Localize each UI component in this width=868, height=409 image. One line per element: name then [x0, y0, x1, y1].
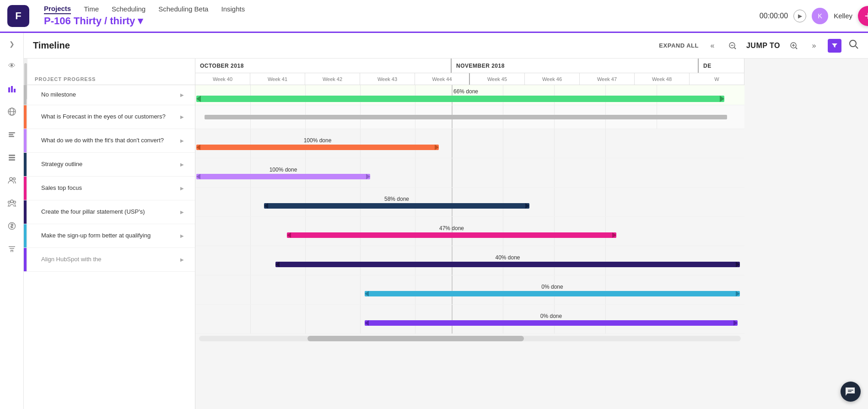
expand-all-button[interactable]: EXPAND ALL [659, 42, 699, 49]
nav-insights[interactable]: Insights [221, 5, 245, 14]
hubspot-bar-label: 0% done [540, 313, 562, 319]
svg-line-25 [734, 48, 736, 49]
list-item: Create the four pillar statement (USP's)… [24, 200, 195, 224]
sidebar-item-layers[interactable] [5, 150, 19, 165]
gantt-row-four-pillar: 40% done [195, 246, 744, 275]
gantt-row-forecast: 100% done [195, 129, 744, 158]
svg-rect-0 [8, 87, 10, 92]
forecast-bar-container: 100% done [196, 129, 439, 158]
filter-button[interactable] [828, 39, 841, 53]
sidebar-item-users[interactable] [5, 173, 19, 188]
svg-rect-1 [11, 86, 13, 92]
sidebar-item-filter[interactable] [5, 242, 19, 256]
svg-point-16 [13, 201, 16, 204]
scrollbar-thumb-h[interactable] [307, 336, 524, 341]
signup-bar [365, 291, 740, 296]
sidebar-item-barchart[interactable] [5, 81, 19, 96]
forecast-bar-label: 100% done [304, 137, 332, 144]
gantt-row-sales: 47% done [195, 217, 744, 246]
sidebar-item-people[interactable] [5, 196, 19, 210]
zoom-out-button[interactable] [726, 39, 739, 52]
sidebar-item-globe[interactable] [5, 104, 19, 119]
gantt-row-no-milestone [195, 105, 744, 129]
svg-point-12 [10, 178, 12, 180]
milestone-color-bar [24, 85, 27, 105]
milestone-name: No milestone [33, 91, 180, 99]
sidebar-item-dollar[interactable] [5, 219, 19, 233]
user-name-label: Kelley [834, 12, 852, 20]
week-cell-47: Week 47 [580, 73, 635, 85]
svg-point-15 [8, 201, 10, 204]
list-item: Sales top focus ▶ [24, 177, 195, 200]
milestone-expand-icon[interactable]: ▶ [180, 210, 188, 215]
svg-rect-7 [9, 134, 13, 135]
week-cell-40: Week 40 [195, 73, 250, 85]
week-cell-43: Week 43 [360, 73, 415, 85]
svg-rect-33 [848, 391, 852, 392]
milestone-name: Make the sign-up form better at qualifyi… [33, 232, 180, 240]
milestone-name: Align HubSpot with the [33, 256, 180, 264]
sales-bar-label: 47% done [439, 225, 464, 231]
month-cell-dec: DE [699, 59, 744, 73]
gantt-row-project: 66% done [195, 85, 744, 105]
project-dropdown-arrow[interactable]: ▾ [138, 15, 143, 27]
project-title-area: P-106 Thirty / thirty ▾ [44, 15, 245, 27]
milestone-expand-icon[interactable]: ▶ [180, 92, 188, 97]
signup-bar-container: 0% done [365, 275, 740, 304]
zoom-in-double-button[interactable]: » [808, 39, 820, 52]
left-panel: PROJECT PROGRESS No milestone ▶ What is … [24, 59, 195, 409]
chat-bubble-button[interactable] [841, 382, 861, 402]
svg-line-31 [856, 46, 858, 48]
month-cell-october: OCTOBER 2018 [195, 59, 452, 73]
gantt-row-hubspot: 0% done [195, 305, 744, 334]
gantt-row-signup: 0% done [195, 275, 744, 305]
hubspot-bar [365, 320, 738, 326]
svg-rect-11 [9, 159, 15, 161]
milestone-name: What do we do with the fit's that don't … [33, 137, 180, 145]
horizontal-scrollbar[interactable] [199, 336, 741, 341]
sidebar-item-eye[interactable]: 👁 [5, 59, 19, 73]
svg-rect-2 [14, 89, 16, 92]
week-cell-41: Week 41 [250, 73, 305, 85]
project-progress-bar-container: 66% done [196, 85, 735, 105]
zoom-in-button[interactable] [787, 39, 800, 52]
bar-left-arrow [196, 174, 200, 179]
no-milestone-bar [205, 115, 728, 119]
nav-projects[interactable]: Projects [44, 5, 71, 14]
svg-rect-6 [9, 132, 15, 134]
nav-scheduling-beta[interactable]: Scheduling Beta [158, 5, 208, 14]
sidebar-collapse-button[interactable]: ❯ [5, 38, 18, 50]
search-button[interactable] [849, 39, 859, 52]
user-avatar: K [812, 8, 828, 24]
milestone-expand-icon[interactable]: ▶ [180, 162, 188, 167]
bar-right-arrow [733, 320, 738, 326]
svg-line-29 [796, 48, 797, 49]
nav-time[interactable]: Time [84, 5, 99, 14]
bar-right-arrow [366, 174, 370, 179]
milestone-color-bar [24, 153, 27, 176]
timer-play-button[interactable]: ▶ [793, 10, 806, 22]
four-pillar-bar [275, 262, 740, 267]
bar-right-arrow [736, 262, 740, 267]
svg-rect-9 [9, 155, 15, 156]
timer-display: 00:00:00 [760, 12, 788, 20]
nav-scheduling[interactable]: Scheduling [112, 5, 146, 14]
four-pillar-bar-container: 40% done [275, 246, 740, 275]
milestone-expand-icon[interactable]: ▶ [180, 114, 188, 119]
milestone-expand-icon[interactable]: ▶ [180, 257, 188, 262]
milestone-expand-icon[interactable]: ▶ [180, 233, 188, 238]
sidebar-item-timeline[interactable] [5, 127, 19, 142]
project-progress-label: 66% done [453, 88, 478, 95]
week-cell-45: Week 45 [470, 73, 525, 85]
milestone-name: Sales top focus [33, 184, 180, 192]
milestone-expand-icon[interactable]: ▶ [180, 186, 188, 191]
zoom-out-double-button[interactable]: « [706, 39, 719, 52]
week-cell-44: Week 44 [415, 73, 470, 85]
timeline-header: Timeline EXPAND ALL « JUMP TO » [24, 33, 868, 59]
bar-left-arrow [196, 96, 201, 102]
gantt-chart: OCTOBER 2018 NOVEMBER 2018 DE Week 40 We… [195, 59, 868, 409]
milestone-expand-icon[interactable]: ▶ [180, 138, 188, 143]
week-cell-42: Week 42 [305, 73, 360, 85]
bar-left-arrow [275, 262, 280, 267]
bar-left-arrow [287, 232, 291, 238]
